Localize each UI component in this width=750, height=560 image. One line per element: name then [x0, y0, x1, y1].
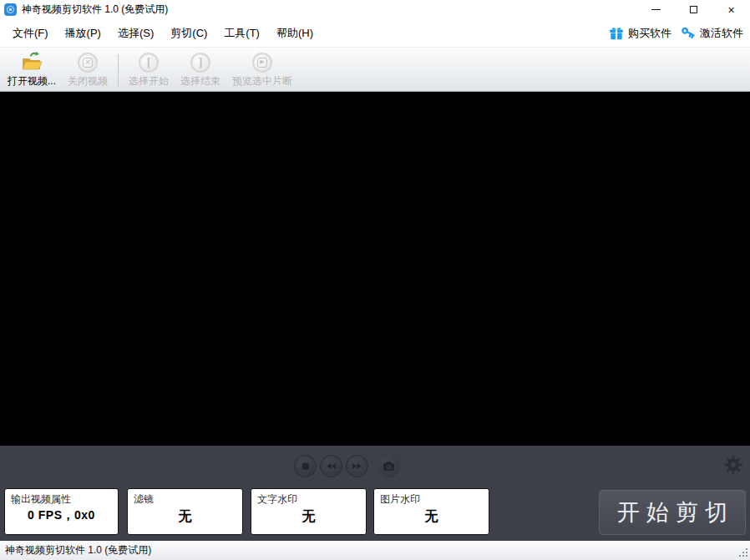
menu-cut[interactable]: 剪切(C): [165, 23, 213, 44]
snapshot-button[interactable]: [378, 455, 400, 477]
close-video-button[interactable]: × 关闭视频: [62, 49, 114, 91]
resize-grip-icon[interactable]: [738, 548, 747, 557]
window-controls: ×: [637, 0, 750, 19]
gift-icon: [608, 25, 625, 42]
stop-icon: [295, 455, 316, 477]
menubar: 文件(F) 播放(P) 选择(S) 剪切(C) 工具(T) 帮助(H) 购买软件: [0, 19, 750, 48]
rewind-button[interactable]: [320, 455, 342, 477]
close-video-label: 关闭视频: [68, 74, 108, 88]
app-icon: [4, 3, 17, 16]
key-icon: [680, 25, 697, 42]
filter-value: 无: [128, 508, 242, 526]
minimize-button[interactable]: [637, 0, 675, 19]
select-start-label: 选择开始: [129, 74, 169, 88]
app-window: 神奇视频剪切软件 1.0 (免费试用) × 文件(F) 播放(P) 选择(S) …: [0, 0, 750, 560]
text-watermark-value: 无: [251, 508, 366, 526]
status-text: 神奇视频剪切软件 1.0 (免费试用): [5, 543, 151, 557]
text-watermark-panel[interactable]: 文字水印 无: [251, 488, 367, 535]
video-display: [0, 92, 750, 446]
open-video-folder-icon: [20, 51, 43, 73]
settings-button[interactable]: [723, 455, 743, 475]
select-end-label: 选择结束: [180, 74, 220, 88]
open-video-button[interactable]: 打开视频...: [2, 49, 62, 91]
minimize-icon: [651, 9, 661, 10]
activate-software-button[interactable]: 激活软件: [680, 25, 743, 42]
output-properties-panel[interactable]: 输出视频属性 0 FPS，0x0: [4, 488, 119, 535]
rewind-icon: [321, 455, 342, 477]
start-cut-button[interactable]: 开始剪切: [599, 490, 746, 535]
select-start-icon: [: [139, 51, 159, 73]
bottom-panel: 输出视频属性 0 FPS，0x0 滤镜 无 文字水印 无 图片水印 无 开始剪切: [0, 446, 750, 541]
menu-help[interactable]: 帮助(H): [271, 23, 319, 44]
fast-forward-button[interactable]: [346, 455, 368, 477]
titlebar: 神奇视频剪切软件 1.0 (免费试用) ×: [0, 0, 750, 19]
toolbar: 打开视频... × 关闭视频 [ 选择开始 ] 选择结束 ▶ 预览选中片断: [0, 48, 750, 92]
stop-button[interactable]: [294, 455, 317, 477]
preview-selection-button[interactable]: ▶ 预览选中片断: [226, 49, 298, 91]
filter-panel[interactable]: 滤镜 无: [127, 488, 243, 535]
filter-label: 滤镜: [128, 489, 242, 507]
snapshot-icon: [378, 455, 400, 477]
menu-file[interactable]: 文件(F): [7, 23, 54, 44]
buy-software-button[interactable]: 购买软件: [608, 25, 671, 42]
toolbar-separator: [118, 54, 119, 86]
gear-icon: [723, 455, 743, 475]
select-end-icon: ]: [190, 51, 210, 73]
image-watermark-panel[interactable]: 图片水印 无: [373, 488, 489, 535]
output-properties-value: 0 FPS，0x0: [5, 508, 118, 523]
transport-controls: [294, 455, 400, 477]
maximize-icon: [690, 6, 697, 13]
buy-software-label: 购买软件: [628, 26, 671, 41]
close-icon: ×: [727, 4, 734, 16]
maximize-button[interactable]: [675, 0, 712, 19]
window-title: 神奇视频剪切软件 1.0 (免费试用): [22, 3, 168, 17]
fast-forward-icon: [347, 455, 367, 477]
preview-selection-label: 预览选中片断: [232, 74, 292, 88]
open-video-label: 打开视频...: [8, 74, 56, 88]
text-watermark-label: 文字水印: [251, 489, 366, 507]
menu-select[interactable]: 选择(S): [112, 23, 160, 44]
close-button[interactable]: ×: [712, 0, 750, 19]
output-properties-label: 输出视频属性: [5, 489, 118, 507]
menu-tools[interactable]: 工具(T): [218, 23, 266, 44]
image-watermark-value: 无: [374, 508, 489, 526]
menu-play[interactable]: 播放(P): [59, 23, 107, 44]
image-watermark-label: 图片水印: [374, 489, 489, 507]
close-video-icon: ×: [78, 51, 98, 73]
statusbar: 神奇视频剪切软件 1.0 (免费试用): [0, 541, 750, 560]
select-end-button[interactable]: ] 选择结束: [175, 49, 226, 91]
activate-software-label: 激活软件: [700, 26, 743, 41]
preview-selection-icon: ▶: [252, 51, 272, 73]
select-start-button[interactable]: [ 选择开始: [123, 49, 175, 91]
